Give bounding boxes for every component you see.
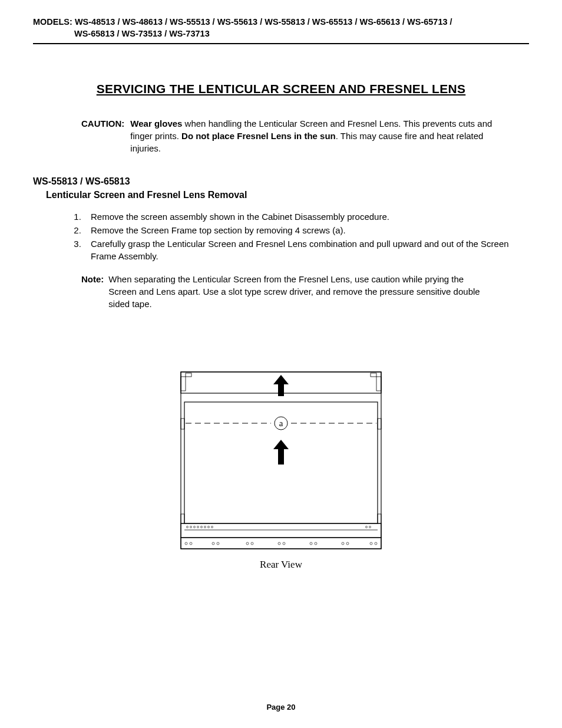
diagram-callout-a: a (279, 419, 283, 428)
caution-body: Wear gloves when handling the Lenticular… (130, 117, 505, 154)
svg-point-24 (208, 526, 210, 528)
svg-point-30 (190, 542, 192, 545)
diagram: a (33, 369, 529, 571)
svg-point-35 (278, 542, 280, 545)
note-label: Note: (81, 273, 108, 310)
svg-point-36 (283, 542, 285, 545)
caution-bold-2: Do not place Fresnel Lens in the sun (181, 131, 336, 141)
svg-point-31 (212, 542, 214, 545)
step-item: Remove the Screen Frame top section by r… (84, 224, 529, 236)
svg-rect-3 (371, 373, 376, 377)
note-body: When separating the Lenticular Screen fr… (108, 273, 482, 310)
models-line-1: WS-48513 / WS-48613 / WS-55513 / WS-5561… (75, 17, 452, 27)
step-item: Carefully grasp the Lenticular Screen an… (84, 238, 529, 262)
svg-rect-8 (378, 419, 381, 429)
step-item: Remove the screen assembly shown in the … (84, 210, 529, 223)
svg-marker-15 (273, 440, 289, 465)
caution-label: CAUTION: (81, 117, 130, 154)
svg-rect-10 (378, 514, 381, 523)
svg-rect-16 (181, 523, 381, 538)
diagram-caption: Rear View (33, 559, 529, 571)
svg-point-20 (194, 526, 196, 528)
svg-point-19 (190, 526, 192, 528)
svg-point-27 (369, 526, 371, 528)
svg-point-42 (375, 542, 377, 545)
svg-point-41 (370, 542, 372, 545)
rear-view-diagram-icon: a (178, 369, 384, 552)
page-number: Page 20 (0, 703, 562, 711)
svg-point-18 (187, 526, 189, 528)
subheading-line-1: WS-55813 / WS-65813 (33, 174, 529, 188)
models-line-2: WS-65813 / WS-73513 / WS-73713 (33, 28, 529, 40)
page-title: SERVICING THE LENTICULAR SCREEN AND FRES… (33, 82, 529, 96)
subheading: WS-55813 / WS-65813 Lenticular Screen an… (33, 174, 529, 202)
models-label: MODELS: (33, 17, 72, 27)
svg-rect-9 (181, 514, 184, 523)
svg-point-34 (251, 542, 253, 545)
svg-rect-4 (181, 377, 186, 391)
svg-rect-7 (181, 419, 184, 429)
models-header: MODELS: WS-48513 / WS-48613 / WS-55513 /… (33, 17, 529, 39)
svg-point-26 (366, 526, 368, 528)
svg-point-23 (204, 526, 206, 528)
steps-list: Remove the screen assembly shown in the … (33, 210, 529, 262)
header-rule (33, 43, 529, 44)
up-arrow-icon (273, 440, 289, 465)
caution-bold-1: Wear gloves (130, 118, 182, 129)
svg-point-29 (185, 542, 187, 545)
svg-rect-2 (186, 373, 191, 377)
svg-rect-5 (376, 377, 381, 391)
caution-block: CAUTION: Wear gloves when handling the L… (81, 117, 505, 154)
svg-point-25 (211, 526, 213, 528)
svg-point-38 (315, 542, 317, 545)
svg-point-40 (346, 542, 349, 545)
note-block: Note: When separating the Lenticular Scr… (81, 273, 482, 310)
svg-point-22 (201, 526, 203, 528)
svg-point-21 (197, 526, 199, 528)
svg-point-33 (246, 542, 249, 545)
subheading-line-2: Lenticular Screen and Fresnel Lens Remov… (33, 188, 529, 202)
svg-point-32 (217, 542, 219, 545)
svg-point-37 (310, 542, 312, 545)
svg-rect-28 (181, 538, 381, 549)
svg-point-39 (342, 542, 344, 545)
